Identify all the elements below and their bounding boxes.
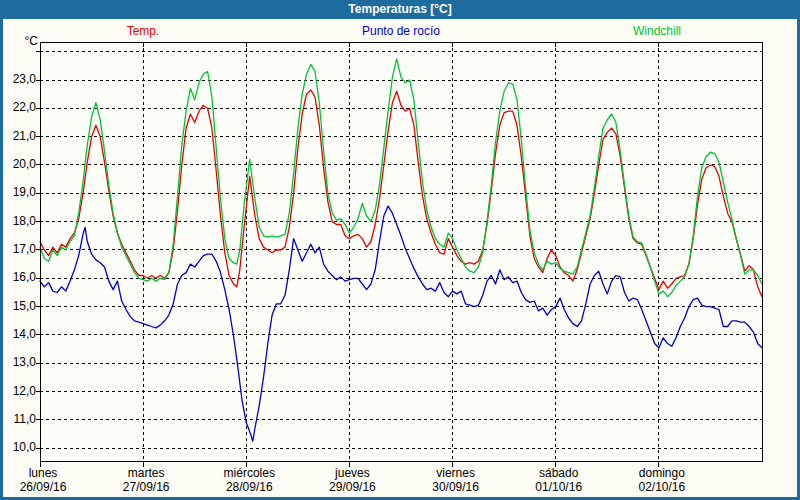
y-axis-tick-label-18,0: 18,0: [3, 215, 36, 228]
y-axis-tick-label-22,0: 22,0: [3, 101, 36, 114]
x-axis-day-name-0: lunes: [29, 467, 58, 480]
y-axis-tick-label-14,0: 14,0: [3, 328, 36, 341]
y-axis-tick-label-11,0: 11,0: [3, 413, 36, 426]
x-axis-day-name-3: jueves: [335, 467, 370, 480]
temperature-line-chart: [0, 0, 800, 500]
x-axis-day-name-5: sábado: [539, 467, 578, 480]
y-axis-tick-label-20,0: 20,0: [3, 158, 36, 171]
x-axis-day-name-4: viernes: [436, 467, 475, 480]
x-axis-day-date-2: 28/09/16: [226, 481, 273, 494]
x-axis-day-name-1: martes: [128, 467, 165, 480]
chart-window: Temperaturas [°C] Temp. Punto de rocío W…: [0, 0, 800, 500]
y-axis-tick-label-17,0: 17,0: [3, 243, 36, 256]
y-axis-tick-label-13,0: 13,0: [3, 356, 36, 369]
y-axis-tick-label-10,0: 10,0: [3, 441, 36, 454]
x-axis-day-name-2: miércoles: [224, 467, 275, 480]
x-axis-day-date-0: 26/09/16: [20, 481, 67, 494]
y-axis-tick-label-16,0: 16,0: [3, 271, 36, 284]
y-axis-tick-label-12,0: 12,0: [3, 385, 36, 398]
x-axis-day-date-6: 02/10/16: [638, 481, 685, 494]
y-axis-tick-label-21,0: 21,0: [3, 130, 36, 143]
y-axis-tick-label-19,0: 19,0: [3, 186, 36, 199]
x-axis-day-date-4: 30/09/16: [432, 481, 479, 494]
x-axis-day-name-6: domingo: [639, 467, 685, 480]
x-axis-day-date-5: 01/10/16: [535, 481, 582, 494]
y-axis-tick-label-15,0: 15,0: [3, 300, 36, 313]
x-axis-day-date-3: 29/09/16: [329, 481, 376, 494]
y-axis-tick-label-23,0: 23,0: [3, 73, 36, 86]
x-axis-day-date-1: 27/09/16: [123, 481, 170, 494]
